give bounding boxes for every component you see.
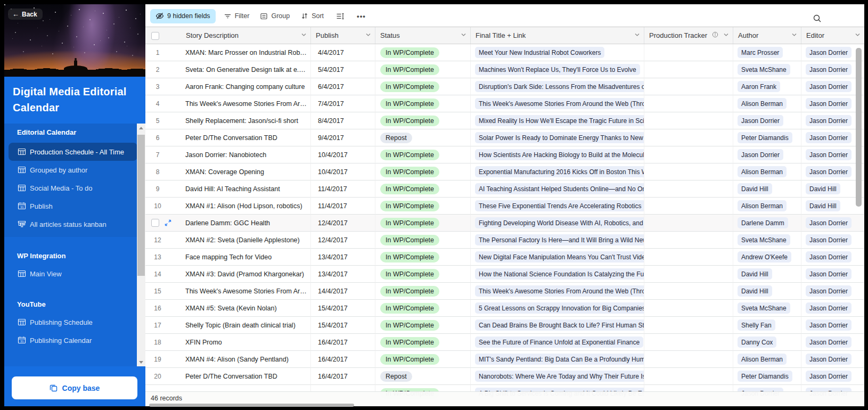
- table-row[interactable]: 10XMAN #1: Alison (Hod Lipson, robotics)…: [145, 198, 864, 215]
- cell-publish[interactable]: 11/4/2017: [311, 198, 375, 215]
- final-title-link[interactable]: Solar Power Is Ready to Dominate Energy …: [475, 132, 644, 143]
- cell-editor[interactable]: Jason Dorrier: [801, 163, 864, 181]
- cell-publish[interactable]: 13/4/2017: [311, 249, 375, 266]
- chevron-down-icon[interactable]: [634, 32, 640, 38]
- row-height-button[interactable]: [336, 12, 345, 20]
- final-title-link[interactable]: Fighting Developing World Disease With A…: [475, 217, 644, 228]
- cell-story-description[interactable]: Aaron Frank: Changing company culture: [181, 78, 311, 95]
- cell-final-title[interactable]: Fighting Developing World Disease With A…: [471, 215, 644, 232]
- cell-final-title[interactable]: Machines Won't Replace Us, They'll Force…: [471, 61, 644, 78]
- cell-author[interactable]: Jason Dorrier: [733, 112, 801, 129]
- sidebar-view-item[interactable]: 31Publishing Calendar: [9, 331, 137, 349]
- final-title-link[interactable]: Can Dead Brains Be Brought Back to Life?…: [475, 319, 644, 331]
- more-options-button[interactable]: •••: [357, 12, 366, 20]
- sidebar-view-item[interactable]: Production Schedule - All Time: [9, 143, 137, 161]
- cell-story-description[interactable]: Shelly Topic (Brain death clinical trial…: [181, 317, 311, 334]
- cell-publish[interactable]: 5/4/2017: [311, 61, 375, 78]
- cell-status[interactable]: In WP/Complete: [375, 317, 471, 334]
- cell-production-tracker[interactable]: [644, 44, 733, 61]
- cell-story-description[interactable]: XMAN #5: Sveta (Kevin Nolan): [181, 300, 311, 317]
- cell-status[interactable]: In WP/Complete: [375, 112, 471, 129]
- cell-editor[interactable]: Jason Dorrier: [801, 78, 864, 95]
- cell-final-title[interactable]: AI Teaching Assistant Helped Students On…: [471, 181, 644, 198]
- cell-status[interactable]: In WP/Complete: [375, 78, 471, 95]
- back-button[interactable]: ← Back: [8, 9, 43, 20]
- cell-story-description[interactable]: Shelly Replacement: Jason/sci-fi short: [181, 112, 311, 129]
- cell-production-tracker[interactable]: [644, 317, 733, 334]
- vertical-scrollbar-thumb[interactable]: [856, 48, 862, 207]
- hidden-fields-button[interactable]: 9 hidden fields: [150, 9, 216, 23]
- table-row[interactable]: 9David Hill: AI Teaching Assistant11/4/2…: [145, 181, 864, 198]
- sort-button[interactable]: Sort: [301, 12, 324, 20]
- expand-record-icon[interactable]: [165, 219, 171, 226]
- cell-production-tracker[interactable]: [644, 266, 733, 283]
- chevron-down-icon[interactable]: [461, 32, 466, 38]
- chevron-down-icon[interactable]: [791, 32, 797, 38]
- cell-story-description[interactable]: XMAN: Marc Prosser on Industrial Robots …: [181, 44, 311, 61]
- chevron-down-icon[interactable]: [365, 32, 371, 38]
- cell-production-tracker[interactable]: [644, 181, 733, 198]
- column-header-author[interactable]: Author: [733, 27, 801, 44]
- final-title-link[interactable]: Disruption's Dark Side: Lessons From the…: [475, 81, 644, 92]
- cell-publish[interactable]: 16/4/2017: [311, 334, 375, 351]
- cell-editor[interactable]: Jason Dorrier: [801, 215, 864, 232]
- chevron-down-icon[interactable]: [723, 32, 729, 38]
- cell-author[interactable]: Sveta McShane: [733, 61, 801, 78]
- cell-status[interactable]: In WP/Complete: [375, 266, 471, 283]
- cell-author[interactable]: Marc Prosser: [733, 44, 801, 61]
- horizontal-scrollbar-thumb[interactable]: [149, 404, 354, 407]
- table-row[interactable]: 14XMAN #3: David (Pramod Khargonekar)13/…: [145, 266, 864, 283]
- final-title-link[interactable]: How Scientists Are Hacking Biology to Bu…: [475, 149, 644, 160]
- cell-editor[interactable]: Jason Dorrier: [801, 351, 864, 368]
- table-row[interactable]: 7Jason Dorrier: Nanobiotech10/4/2017In W…: [145, 146, 864, 163]
- cell-final-title[interactable]: These Five Exponential Trends Are Accele…: [471, 198, 644, 215]
- table-row[interactable]: 16XMAN #5: Sveta (Kevin Nolan)15/4/2017I…: [145, 300, 864, 317]
- cell-story-description[interactable]: XMAN #1: Alison (Hod Lipson, robotics): [181, 198, 311, 215]
- cell-editor[interactable]: Jason Dorrier: [801, 300, 864, 317]
- cell-author[interactable]: Aaron Frank: [733, 78, 801, 95]
- sidebar-view-item[interactable]: Publishing Schedule: [9, 313, 137, 331]
- column-header-story-description[interactable]: Story Description: [181, 27, 311, 44]
- table-row[interactable]: 15This Week's Awesome Stories From Aroun…: [145, 283, 864, 300]
- cell-story-description[interactable]: David Hill: AI Teaching Assistant: [181, 181, 311, 198]
- cell-final-title[interactable]: This Week's Awesome Stories From Around …: [471, 283, 644, 300]
- cell-author[interactable]: Darlene Damm: [733, 215, 801, 232]
- cell-publish[interactable]: 15/4/2017: [311, 300, 375, 317]
- table-row[interactable]: 8XMAN: Coverage Opening10/4/2017In WP/Co…: [145, 163, 864, 181]
- cell-author[interactable]: David Hill: [733, 266, 801, 283]
- column-header-status[interactable]: Status: [375, 27, 471, 44]
- cell-author[interactable]: Jason Dorrier: [733, 146, 801, 163]
- select-all-checkbox[interactable]: [151, 32, 159, 40]
- cell-final-title[interactable]: Exponential Manufacturing 2016 Kicks Off…: [471, 163, 644, 181]
- cell-editor[interactable]: Jason Dorrier: [801, 61, 864, 78]
- cell-publish[interactable]: 9/4/2017: [311, 129, 375, 146]
- cell-production-tracker[interactable]: [644, 351, 733, 368]
- cell-production-tracker[interactable]: [644, 129, 733, 146]
- cell-status[interactable]: In WP/Complete: [375, 334, 471, 351]
- table-row[interactable]: 5Shelly Replacement: Jason/sci-fi short8…: [145, 112, 864, 129]
- final-title-link[interactable]: This Week's Awesome Stories From Around …: [475, 285, 644, 297]
- table-row[interactable]: Darlene Damm: GGC Health12/4/2017In WP/C…: [145, 215, 864, 232]
- final-title-link[interactable]: 5 Great Lessons on Scrappy Innovation fo…: [475, 302, 644, 314]
- final-title-link[interactable]: How the National Science Foundation Is C…: [475, 268, 644, 280]
- cell-production-tracker[interactable]: [644, 232, 733, 249]
- cell-editor[interactable]: David Hill: [801, 198, 864, 215]
- cell-final-title[interactable]: How the National Science Foundation Is C…: [471, 266, 644, 283]
- cell-final-title[interactable]: 5 Great Lessons on Scrappy Innovation fo…: [471, 300, 644, 317]
- final-title-link[interactable]: This Week's Awesome Stories From Around …: [475, 98, 644, 109]
- cell-story-description[interactable]: Peter D/The Conversation TBD: [181, 129, 311, 146]
- cell-story-description[interactable]: XMAN #2: Sveta (Danielle Applestone): [181, 232, 311, 249]
- cell-editor[interactable]: Jason Dorrier: [801, 112, 864, 129]
- table-row[interactable]: 1XMAN: Marc Prosser on Industrial Robots…: [145, 44, 864, 61]
- cell-editor[interactable]: Jason Dorrier: [801, 129, 864, 146]
- cell-publish[interactable]: 16/4/2017: [311, 351, 375, 368]
- final-title-link[interactable]: MIT's Sandy Pentland: Big Data Can Be a …: [475, 354, 644, 365]
- cell-author[interactable]: Peter Diamandis: [733, 129, 801, 146]
- cell-publish[interactable]: 16/4/2017: [311, 368, 375, 385]
- cell-publish[interactable]: 10/4/2017: [311, 163, 375, 181]
- cell-production-tracker[interactable]: [644, 112, 733, 129]
- cell-publish[interactable]: 11/4/2017: [311, 181, 375, 198]
- cell-author[interactable]: Sveta McShane: [733, 300, 801, 317]
- cell-publish[interactable]: 8/4/2017: [311, 112, 375, 129]
- chevron-down-icon[interactable]: [301, 32, 307, 38]
